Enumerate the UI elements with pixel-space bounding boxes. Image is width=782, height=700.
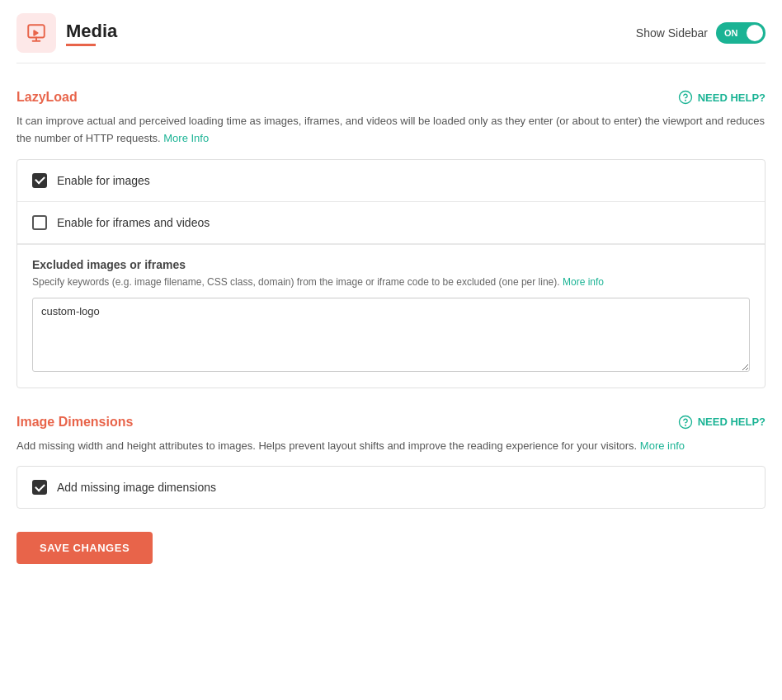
page-header: Media Show Sidebar ON [16, 0, 766, 63]
checkbox-enable-images[interactable] [32, 173, 47, 188]
media-icon-box [16, 13, 56, 53]
image-dimensions-title: Image Dimensions [16, 415, 133, 430]
help-icon [678, 90, 693, 105]
image-dimensions-options-card: Add missing image dimensions [16, 466, 766, 509]
checkbox-add-dimensions[interactable] [32, 480, 47, 495]
excluded-title: Excluded images or iframes [32, 258, 750, 271]
header-left: Media [16, 13, 117, 53]
save-changes-button[interactable]: SAVE CHANGES [16, 532, 153, 564]
lazyload-more-info-link[interactable]: More Info [163, 132, 209, 144]
excluded-section: Excluded images or iframes Specify keywo… [17, 244, 765, 388]
option-label-add-dimensions: Add missing image dimensions [57, 481, 216, 494]
svg-point-3 [679, 416, 691, 428]
media-icon [26, 22, 47, 44]
lazyload-description: It can improve actual and perceived load… [16, 113, 766, 148]
header-right: Show Sidebar ON [636, 22, 766, 44]
image-dimensions-more-info-link[interactable]: More info [640, 439, 685, 452]
title-underline [66, 44, 96, 46]
svg-point-1 [679, 92, 691, 104]
lazyload-need-help-link[interactable]: NEED HELP? [678, 90, 766, 105]
excluded-textarea[interactable]: custom-logo [32, 298, 750, 372]
excluded-more-info-link[interactable]: More info [563, 276, 604, 288]
lazyload-section: LazyLoad NEED HELP? It can improve actua… [16, 90, 766, 388]
show-sidebar-label: Show Sidebar [636, 26, 708, 40]
page-title: Media [66, 21, 117, 41]
option-row-images: Enable for images [17, 160, 765, 202]
image-dimensions-section: Image Dimensions NEED HELP? Add missing … [16, 415, 766, 510]
lazyload-title: LazyLoad [16, 90, 78, 105]
image-dimensions-header: Image Dimensions NEED HELP? [16, 415, 766, 430]
option-row-add-dimensions: Add missing image dimensions [17, 467, 765, 508]
svg-point-4 [685, 425, 685, 425]
toggle-on-label: ON [724, 28, 738, 38]
lazyload-options-card: Enable for images Enable for iframes and… [16, 159, 766, 388]
option-label-images: Enable for images [57, 174, 150, 187]
show-sidebar-toggle[interactable]: ON [716, 22, 766, 44]
svg-point-2 [685, 100, 685, 101]
image-dimensions-description: Add missing width and height attributes … [16, 438, 766, 455]
lazyload-need-help-label: NEED HELP? [698, 92, 766, 104]
svg-rect-0 [28, 25, 45, 37]
help-icon-2 [678, 415, 693, 430]
image-dimensions-need-help-link[interactable]: NEED HELP? [678, 415, 766, 430]
lazyload-section-header: LazyLoad NEED HELP? [16, 90, 766, 105]
excluded-description: Specify keywords (e.g. image filename, C… [32, 275, 750, 289]
option-row-iframes: Enable for iframes and videos [17, 202, 765, 244]
toggle-knob [747, 25, 763, 41]
checkbox-enable-iframes[interactable] [32, 215, 47, 230]
image-dimensions-need-help-label: NEED HELP? [698, 416, 766, 428]
option-label-iframes: Enable for iframes and videos [57, 216, 210, 229]
